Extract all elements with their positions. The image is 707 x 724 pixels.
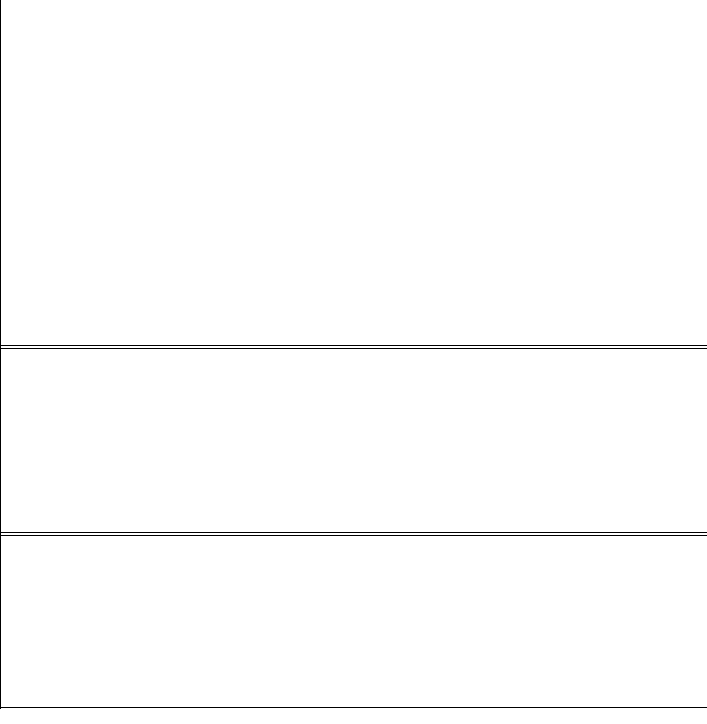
macd-canvas[interactable] — [0, 349, 707, 532]
main-chart-pane — [0, 0, 707, 346]
macd-pane — [0, 348, 707, 533]
mt4-chart-window — [0, 0, 707, 724]
main-chart-canvas[interactable] — [0, 0, 707, 345]
stochastic-pane — [0, 535, 707, 708]
stochastic-canvas[interactable] — [0, 536, 707, 707]
price-axis-divider — [0, 0, 1, 709]
